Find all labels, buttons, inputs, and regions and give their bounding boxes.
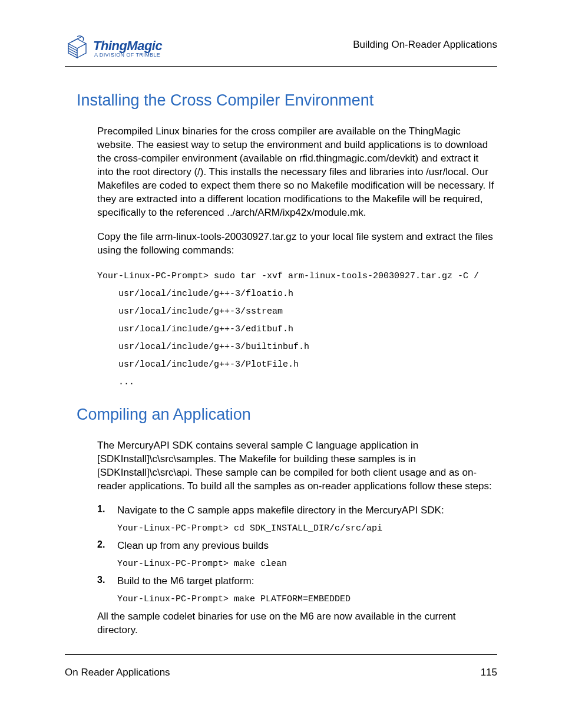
install-code-block: Your-Linux-PC-Prompt> sudo tar -xvf arm-… (97, 268, 497, 391)
section-heading-install: Installing the Cross Compiler Environmen… (77, 91, 497, 110)
step-3: Build to the M6 target platform: Your-Li… (97, 575, 497, 604)
header-chapter-title: Building On-Reader Applications (353, 39, 497, 61)
step-text: Build to the M6 target platform: (117, 575, 254, 587)
code-line: usr/local/include/g++-3/sstream (97, 303, 497, 321)
page-footer: On Reader Applications 115 (65, 654, 497, 678)
step-code: Your-Linux-PC-Prompt> cd SDK_INSTALL_DIR… (117, 523, 497, 533)
footer-left-text: On Reader Applications (65, 667, 170, 678)
install-paragraph-1: Precompiled Linux binaries for the cross… (97, 125, 497, 220)
step-code: Your-Linux-PC-Prompt> make PLATFORM=EMBE… (117, 594, 497, 604)
page-number: 115 (481, 667, 497, 678)
compile-paragraph-1: The MercuryAPI SDK contains several samp… (97, 439, 497, 493)
footer-divider (65, 654, 497, 655)
code-line: ... (97, 374, 497, 391)
compile-steps-list: Navigate to the C sample apps makefile d… (97, 504, 497, 604)
header-divider (65, 66, 497, 67)
logo-sub-text: A DIVISION OF TRIMBLE (93, 52, 162, 58)
step-text: Navigate to the C sample apps makefile d… (117, 505, 444, 516)
footer-row: On Reader Applications 115 (65, 667, 497, 678)
code-line: usr/local/include/g++-3/builtinbuf.h (97, 338, 497, 356)
step-text: Clean up from any previous builds (117, 540, 269, 551)
step-1: Navigate to the C sample apps makefile d… (97, 504, 497, 533)
code-line: usr/local/include/g++-3/floatio.h (97, 285, 497, 303)
page-content: ThingMagic A DIVISION OF TRIMBLE Buildin… (0, 0, 562, 637)
brand-logo: ThingMagic A DIVISION OF TRIMBLE (65, 35, 162, 61)
logo-text: ThingMagic A DIVISION OF TRIMBLE (93, 39, 162, 58)
cube-icon (65, 35, 90, 61)
compile-paragraph-2: All the sample codelet binaries for use … (97, 610, 497, 637)
code-line: usr/local/include/g++-3/PlotFile.h (97, 356, 497, 374)
step-code: Your-Linux-PC-Prompt> make clean (117, 559, 497, 569)
code-line: usr/local/include/g++-3/editbuf.h (97, 321, 497, 338)
install-paragraph-2: Copy the file arm-linux-tools-20030927.t… (97, 230, 497, 258)
logo-main-text: ThingMagic (93, 39, 162, 52)
step-2: Clean up from any previous builds Your-L… (97, 539, 497, 569)
section-heading-compile: Compiling an Application (77, 406, 497, 424)
code-line: Your-Linux-PC-Prompt> sudo tar -xvf arm-… (97, 271, 479, 281)
page-header: ThingMagic A DIVISION OF TRIMBLE Buildin… (65, 35, 497, 61)
